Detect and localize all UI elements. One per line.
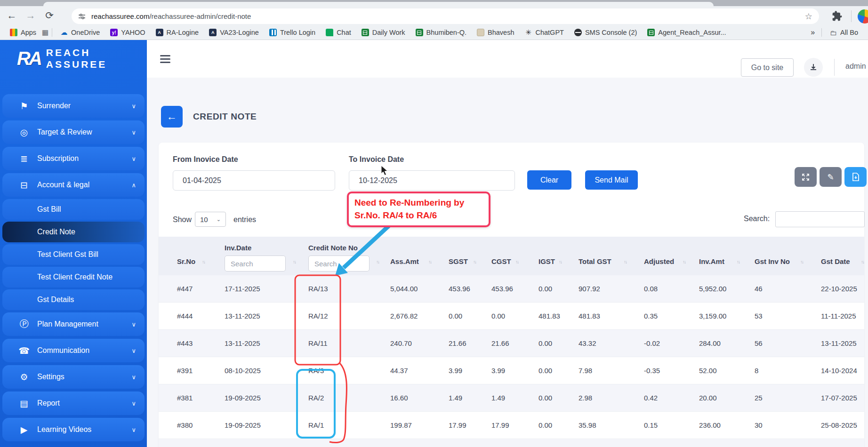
column-header-gst-inv-no[interactable]: Gst Inv No	[755, 257, 790, 265]
cell: #444	[177, 303, 193, 329]
bookmark-item[interactable]: Bhavesh	[477, 29, 514, 36]
column-header-inv-date[interactable]: Inv.Date	[225, 244, 251, 252]
sidebar-item-test-client-credit-note[interactable]: Test Client Credit Note	[2, 267, 145, 287]
sidebar-item-gst-details[interactable]: Gst Details	[2, 289, 145, 310]
bookmark-item[interactable]: Bhumiben-Q.	[416, 29, 466, 36]
cell: 0.00	[538, 357, 552, 384]
browser-forward-icon[interactable]: →	[23, 8, 39, 24]
bookmark-item[interactable]: ☁OneDrive	[60, 29, 100, 36]
sidebar-item-communication[interactable]: ☎Communication∨	[2, 339, 145, 362]
sidebar-item-plan-management[interactable]: ⓅPlan Management∨	[2, 312, 145, 336]
subscription-icon: ≣	[18, 153, 30, 164]
column-header-total-gst[interactable]: Total GST	[579, 257, 611, 265]
column-header-cgst[interactable]: CGST	[491, 257, 511, 265]
table-row[interactable]: #44313-11-2025RA/11240.7021.6621.660.004…	[159, 330, 864, 357]
column-search-input[interactable]	[225, 255, 286, 271]
url-text: reachassuree.com/reachassuree-admin/cred…	[91, 12, 251, 20]
sort-icon[interactable]: ↑↓	[293, 259, 296, 264]
sort-icon[interactable]: ↑↓	[428, 259, 431, 264]
address-bar[interactable]: reachassuree.com/reachassuree-admin/cred…	[72, 8, 819, 24]
table-search-input[interactable]	[775, 211, 865, 227]
sidebar-item-surrender[interactable]: ⚑Surrender∨	[2, 94, 145, 118]
extensions-icon[interactable]	[830, 10, 844, 23]
sort-icon[interactable]: ↑↓	[683, 259, 685, 264]
download-button[interactable]	[804, 58, 823, 77]
all-bookmarks-folder[interactable]: 🗀 All Bo	[830, 29, 858, 37]
column-header-gst-date[interactable]: Gst Date	[821, 257, 850, 265]
sidebar-item-subscription[interactable]: ≣Subscription∨	[2, 147, 145, 170]
browser-reload-icon[interactable]: ⟳	[41, 8, 57, 24]
table-row[interactable]: #44717-11-2025RA/135,044.00453.96453.960…	[159, 275, 864, 303]
menu-toggle-icon[interactable]	[160, 53, 170, 65]
export-file-button[interactable]	[844, 167, 867, 187]
sidebar-item-credit-note[interactable]: Credit Note	[2, 222, 145, 242]
expand-button[interactable]	[795, 167, 817, 187]
bookmark-item[interactable]: Daily Work	[362, 29, 405, 36]
cell: 0.08	[644, 275, 658, 302]
apps-shortcut[interactable]: Apps	[10, 29, 36, 36]
site-settings-icon[interactable]	[78, 13, 86, 20]
column-header-sgst[interactable]: SGST	[449, 257, 468, 265]
go-to-site-button[interactable]: Go to site	[741, 58, 794, 77]
cell: #391	[177, 357, 193, 384]
table-row[interactable]: #44413-11-2025RA/122,676.820.000.00481.8…	[159, 303, 864, 330]
sort-icon[interactable]: ↑↓	[800, 259, 803, 264]
from-invoice-date-input[interactable]	[173, 170, 335, 191]
bookmark-item[interactable]: Agent_Reach_Assur...	[647, 29, 726, 36]
bookmark-star-icon[interactable]: ☆	[805, 11, 812, 22]
clear-button[interactable]: Clear	[527, 170, 571, 190]
flag-icon: ⚑	[18, 101, 30, 112]
bookmark-item[interactable]: ✳ChatGPT	[524, 29, 563, 36]
cell: 7.98	[579, 357, 592, 384]
browser-active-tab[interactable]	[43, 2, 714, 6]
edit-button[interactable]: ✎	[820, 167, 842, 187]
bookmark-item[interactable]: Chat	[326, 29, 351, 36]
table-row[interactable]: #38019-09-2025RA/1199.8717.9917.990.0035…	[159, 412, 864, 439]
sort-icon[interactable]: ↑↓	[515, 259, 518, 264]
sort-icon[interactable]: ↑↓	[202, 259, 205, 264]
column-header-adjusted[interactable]: Adjusted	[644, 257, 674, 265]
profile-avatar[interactable]	[858, 9, 868, 24]
bookmarks-overflow-chevron[interactable]: »	[811, 28, 815, 37]
sidebar-item-learning-videos[interactable]: ▶Learning Videos∨	[2, 418, 145, 441]
sidebar-item-account-legal[interactable]: ⊟Account & legal∧	[2, 173, 145, 197]
chevron-down-icon: ∨	[131, 400, 136, 407]
bookmark-item[interactable]: y!YAHOO	[110, 29, 145, 36]
send-mail-button[interactable]: Send Mail	[585, 170, 638, 190]
browser-tab-strip	[0, 0, 868, 6]
browser-back-icon[interactable]: ←	[4, 8, 20, 24]
bookmark-item[interactable]: Trello Login	[269, 29, 315, 36]
plan-icon: Ⓟ	[18, 318, 30, 330]
column-header-inv-amt[interactable]: Inv.Amt	[699, 257, 724, 265]
sidebar-item-test-client-gst-bill[interactable]: Test Client Gst Bill	[2, 244, 145, 265]
sidebar-item-gst-bill[interactable]: Gst Bill	[2, 199, 145, 220]
sort-icon[interactable]: ↑↓	[624, 259, 627, 264]
table-row[interactable]: #39108-10-2025RA/344.373.993.990.007.98-…	[159, 357, 864, 384]
column-search-input[interactable]	[308, 255, 370, 271]
column-header-credit-note-no[interactable]: Credit Note No	[308, 244, 358, 252]
apps-grid-icon	[10, 29, 17, 36]
bookmark-item[interactable]: SMS Console (2)	[574, 29, 637, 36]
grid-icon[interactable]: ▦	[41, 29, 49, 36]
admin-user-label[interactable]: admin	[845, 62, 866, 71]
table-row[interactable]: #38119-09-2025RA/216.601.491.490.002.980…	[159, 384, 864, 412]
sort-icon[interactable]: ↑↓	[559, 259, 562, 264]
sort-icon[interactable]: ↑↓	[473, 259, 476, 264]
to-invoice-date-input[interactable]	[349, 170, 515, 191]
app-logo[interactable]: RA REACHASSUREE	[17, 47, 107, 70]
bookmark-item[interactable]: AVA23-Logine	[209, 29, 259, 36]
column-header-igst[interactable]: IGST	[538, 257, 555, 265]
bookmark-item[interactable]: ARA-Logine	[156, 29, 199, 36]
column-header-sr-no[interactable]: Sr.No	[177, 257, 195, 265]
back-button[interactable]: ←	[161, 106, 183, 128]
sort-icon[interactable]: ↑↓	[376, 259, 379, 264]
sort-icon[interactable]: ↑↓	[861, 259, 864, 264]
entries-per-page-select[interactable]: 10 ⌄	[195, 212, 226, 227]
sidebar-item-target-review[interactable]: ◎Target & Review∨	[2, 120, 145, 144]
cell: 46	[755, 275, 763, 302]
sort-icon[interactable]: ↑↓	[737, 259, 739, 264]
cell: 0.42	[644, 384, 658, 411]
sidebar-item-report[interactable]: ▤Report∨	[2, 391, 145, 415]
sidebar-item-settings[interactable]: ⚙Settings∨	[2, 365, 145, 389]
column-header-ass-amt[interactable]: Ass.Amt	[390, 257, 419, 265]
